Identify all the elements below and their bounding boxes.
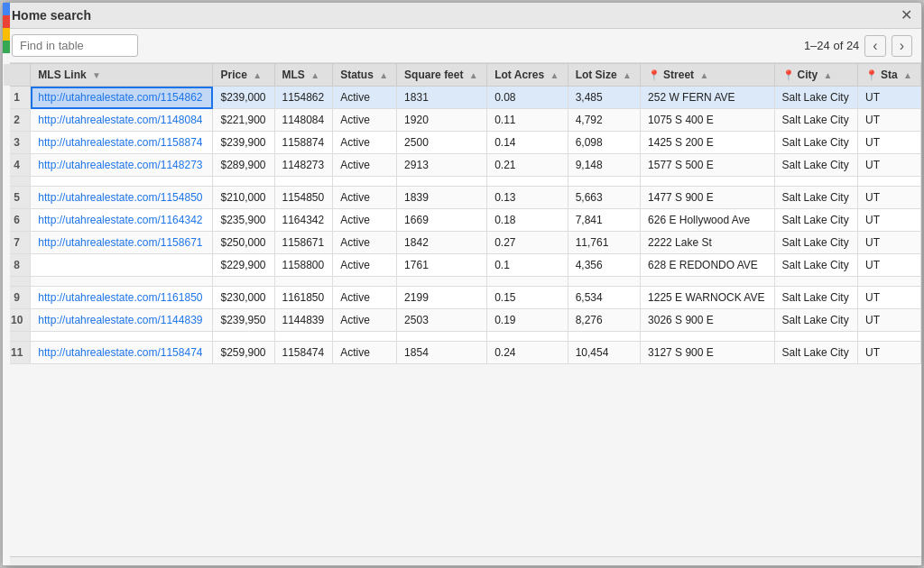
cell-street [641,277,775,287]
cell-street: 1577 S 500 E [641,154,775,177]
cell-status: Active [333,309,397,332]
cell-mls: 1158874 [274,132,333,154]
cell-lot-size: 6,534 [568,287,640,309]
cell-mls [274,332,333,342]
cell-sqft: 1831 [397,87,487,109]
cell-status: Active [333,232,397,254]
cell-mls-link[interactable]: http://utahrealestate.com/1158874 [31,132,213,154]
cell-mls: 1148273 [274,154,333,177]
table-body: 1http://utahrealestate.com/1154862$239,0… [4,87,921,364]
cell-sqft: 1669 [397,209,487,232]
sort-icon-status: ▲ [379,70,388,80]
col-header-city[interactable]: 📍City ▲ [774,64,857,87]
table-row[interactable]: 4http://utahrealestate.com/1148273$289,9… [4,154,921,177]
cell-price: $239,950 [213,309,274,332]
table-row[interactable]: 11http://utahrealestate.com/1158474$259,… [4,342,921,364]
cell-mls-link[interactable]: http://utahrealestate.com/1154850 [31,187,213,209]
table-row[interactable]: 3http://utahrealestate.com/1158874$239,9… [4,132,921,154]
cell-price: $229,900 [213,254,274,277]
cell-lot-acres: 0.11 [487,109,568,132]
cell-price: $230,000 [213,287,274,309]
cell-mls-link[interactable]: http://utahrealestate.com/1154862 [31,87,213,109]
col-header-street[interactable]: 📍Street ▲ [641,64,775,87]
table-header-row: MLS Link ▼ Price ▲ MLS ▲ Status ▲ Square… [4,64,921,87]
cell-mls-link[interactable]: http://utahrealestate.com/1164342 [31,209,213,232]
cell-city: Salt Lake City [774,154,857,177]
cell-lot-size: 4,792 [568,109,640,132]
cell-city: Salt Lake City [774,232,857,254]
find-in-table-input[interactable] [12,34,138,57]
col-header-state[interactable]: 📍Sta ▲ [857,64,920,87]
table-row[interactable]: 5http://utahrealestate.com/1154850$210,0… [4,187,921,209]
cell-price: $289,900 [213,154,274,177]
table-row[interactable]: 8$229,9001158800Active17610.14,356628 E … [4,254,921,277]
cell-city: Salt Lake City [774,209,857,232]
cell-mls: 1154862 [274,87,333,109]
table-row[interactable]: 10http://utahrealestate.com/1144839$239,… [4,309,921,332]
col-header-status[interactable]: Status ▲ [333,64,397,87]
cell-lot-acres: 0.1 [487,254,568,277]
table-row[interactable]: 2http://utahrealestate.com/1148084$221,9… [4,109,921,132]
cell-sqft: 2500 [397,132,487,154]
cell-lot-acres: 0.19 [487,309,568,332]
col-header-sqft[interactable]: Square feet ▲ [397,64,487,87]
cell-street: 1425 S 200 E [641,132,775,154]
cell-mls-link[interactable]: http://utahrealestate.com/1148084 [31,109,213,132]
cell-lot-acres: 0.27 [487,232,568,254]
cell-price: $239,900 [213,132,274,154]
table-container[interactable]: MLS Link ▼ Price ▲ MLS ▲ Status ▲ Square… [3,63,921,556]
cell-lot-size [568,277,640,287]
cell-lot-acres: 0.24 [487,342,568,364]
cell-mls-link[interactable]: http://utahrealestate.com/1148273 [31,154,213,177]
table-row[interactable]: 6http://utahrealestate.com/1164342$235,9… [4,209,921,232]
cell-lot-acres: 0.18 [487,209,568,232]
cell-lot-size: 6,098 [568,132,640,154]
col-header-row-num [4,64,31,87]
cell-mls-link[interactable] [31,332,213,342]
col-header-price[interactable]: Price ▲ [213,64,274,87]
table-row[interactable] [4,177,921,187]
cell-state: UT [857,154,920,177]
cell-city: Salt Lake City [774,342,857,364]
cell-status: Active [333,254,397,277]
cell-mls-link[interactable]: http://utahrealestate.com/1144839 [31,309,213,332]
col-header-mls-link[interactable]: MLS Link ▼ [31,64,213,87]
cell-sqft [397,332,487,342]
table-row[interactable]: 7http://utahrealestate.com/1158671$250,0… [4,232,921,254]
prev-page-button[interactable]: ‹ [864,35,885,57]
col-header-lot-size[interactable]: Lot Size ▲ [568,64,640,87]
col-header-lot-acres[interactable]: Lot Acres ▲ [487,64,568,87]
cell-mls-link[interactable] [31,277,213,287]
table-row[interactable]: 9http://utahrealestate.com/1161850$230,0… [4,287,921,309]
cell-state: UT [857,232,920,254]
cell-mls-link[interactable] [31,177,213,187]
cell-mls-link[interactable] [31,254,213,277]
cell-price: $259,900 [213,342,274,364]
next-page-button[interactable]: › [892,35,912,57]
table-row[interactable] [4,277,921,287]
cell-lot-acres: 0.15 [487,287,568,309]
cell-status: Active [333,342,397,364]
cell-state [857,332,920,342]
cell-sqft [397,177,487,187]
cell-city: Salt Lake City [774,132,857,154]
data-table: MLS Link ▼ Price ▲ MLS ▲ Status ▲ Square… [3,63,921,364]
cell-mls [274,277,333,287]
cell-mls-link[interactable]: http://utahrealestate.com/1161850 [31,287,213,309]
cell-city: Salt Lake City [774,87,857,109]
cell-sqft: 1761 [397,254,487,277]
cell-state: UT [857,132,920,154]
cell-mls-link[interactable]: http://utahrealestate.com/1158671 [31,232,213,254]
cell-sqft: 2199 [397,287,487,309]
cell-price: $250,000 [213,232,274,254]
col-header-mls[interactable]: MLS ▲ [274,64,333,87]
horizontal-scrollbar[interactable] [3,556,921,565]
table-row[interactable]: 1http://utahrealestate.com/1154862$239,0… [4,87,921,109]
close-button[interactable]: ✕ [901,8,912,23]
cell-city [774,277,857,287]
sort-icon-mls-link: ▼ [92,70,101,80]
cell-city [774,332,857,342]
cell-mls-link[interactable]: http://utahrealestate.com/1158474 [31,342,213,364]
table-row[interactable] [4,332,921,342]
cell-state: UT [857,309,920,332]
